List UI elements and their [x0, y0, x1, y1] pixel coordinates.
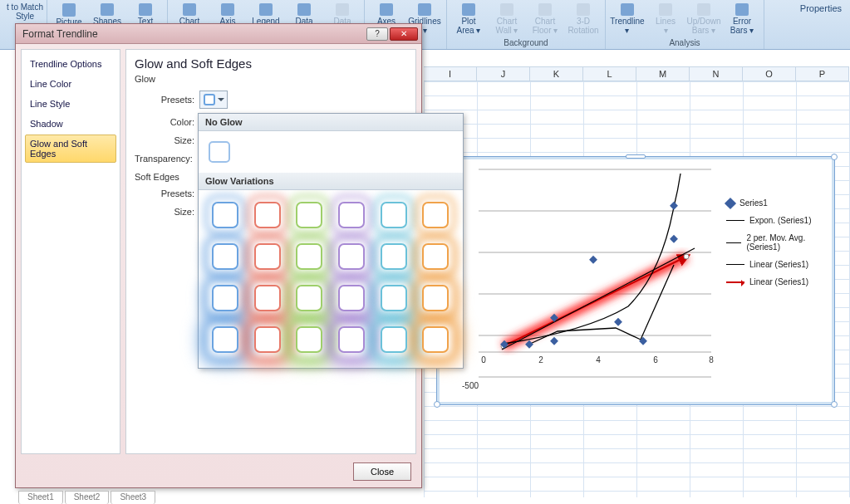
legend-line-icon [726, 264, 744, 265]
svg-point-10 [684, 254, 689, 259]
sheet-tab[interactable]: Sheet2 [65, 491, 110, 504]
ribbon-properties[interactable]: Properties [800, 0, 850, 49]
legend-label: Expon. (Series1) [749, 216, 811, 225]
glow-variation[interactable] [338, 202, 365, 228]
svg-text:0: 0 [481, 355, 486, 365]
glow-variation[interactable] [422, 285, 449, 311]
cat-line-color[interactable]: Line Color [25, 75, 116, 93]
col-K[interactable]: K [530, 66, 583, 81]
column-headers: I J K L M N O P [424, 66, 850, 81]
close-button[interactable]: Close [353, 462, 411, 481]
glow-variation[interactable] [338, 285, 365, 311]
category-panel: Trendline Options Line Color Line Style … [21, 49, 120, 454]
dialog-titlebar[interactable]: Format Trendline ? ✕ [16, 24, 421, 44]
svg-text:8: 8 [709, 355, 714, 365]
glow-variation[interactable] [212, 326, 238, 353]
svg-text:2: 2 [538, 355, 543, 365]
label-size-soft: Size: [135, 207, 194, 217]
legend-label: Linear (Series1) [749, 260, 808, 269]
label-color: Color: [135, 117, 194, 127]
legend-arrow-icon [726, 281, 744, 283]
resize-handle[interactable] [831, 401, 838, 408]
cat-shadow[interactable]: Shadow [25, 115, 116, 133]
glow-variation[interactable] [381, 202, 407, 228]
ribbon-updown-bars: Up/Down Bars ▾ [685, 2, 722, 35]
dialog-title: Format Trendline [22, 28, 98, 40]
col-I[interactable]: I [424, 66, 477, 81]
ribbon-chart-floor: Chart Floor ▾ [527, 2, 563, 35]
help-button[interactable]: ? [366, 27, 388, 41]
glow-variation[interactable] [296, 326, 322, 353]
glow-variation[interactable] [422, 243, 449, 270]
resize-handle[interactable] [626, 154, 646, 159]
glow-variation[interactable] [296, 285, 322, 311]
close-x-button[interactable]: ✕ [390, 27, 418, 41]
label-presets: Presets: [135, 95, 194, 105]
glow-variation[interactable] [422, 202, 449, 228]
cat-glow-soft-edges[interactable]: Glow and Soft Edges [25, 135, 116, 163]
svg-rect-13 [525, 340, 533, 349]
glow-variation[interactable] [422, 326, 449, 353]
legend-marker-icon [725, 197, 736, 208]
ribbon-group-analysis: Analysis [669, 38, 700, 47]
label-size: Size: [135, 135, 194, 145]
no-glow-option[interactable] [209, 141, 230, 163]
chart-legend[interactable]: Series1 Expon. (Series1) 2 per. Mov. Avg… [726, 190, 826, 295]
ribbon-lines: Lines ▾ [647, 2, 684, 35]
svg-rect-14 [550, 337, 558, 345]
legend-label: Series1 [739, 198, 768, 208]
svg-rect-16 [589, 256, 597, 264]
glow-variation[interactable] [254, 285, 281, 311]
glow-variation[interactable] [212, 243, 238, 270]
ribbon-plot-area[interactable]: Plot Area ▾ [450, 2, 487, 35]
resize-handle[interactable] [434, 401, 440, 408]
legend-line-icon [726, 242, 741, 243]
glow-presets-dropdown[interactable] [199, 91, 228, 109]
panel-heading: Glow and Soft Edges [135, 56, 407, 71]
ribbon-trendline[interactable]: Trendline ▾ [609, 2, 646, 35]
legend-label: Linear (Series1) [749, 277, 808, 286]
svg-text:-500: -500 [462, 381, 479, 390]
glow-variation[interactable] [338, 243, 365, 270]
glow-variation[interactable] [296, 202, 322, 228]
glow-variation[interactable] [254, 326, 281, 353]
col-M[interactable]: M [636, 66, 690, 81]
legend-line-icon [726, 220, 744, 221]
col-J[interactable]: J [477, 66, 530, 81]
svg-line-11 [502, 248, 695, 350]
glow-variation[interactable] [381, 326, 407, 353]
embedded-chart[interactable]: 02468 -500 Series1 Expon. (Series1) 2 pe… [436, 156, 835, 405]
col-P[interactable]: P [796, 66, 849, 81]
glow-variation[interactable] [338, 326, 365, 353]
glow-variation[interactable] [296, 243, 322, 270]
glow-variation[interactable] [381, 243, 407, 270]
legend-label: 2 per. Mov. Avg. (Series1) [746, 233, 826, 252]
glow-header-noglow: No Glow [199, 114, 463, 131]
cat-line-style[interactable]: Line Style [25, 95, 116, 113]
col-L[interactable]: L [583, 66, 636, 81]
glow-variation[interactable] [212, 285, 238, 311]
glow-variation[interactable] [254, 243, 281, 270]
label-presets-soft: Presets: [135, 188, 194, 198]
cat-trendline-options[interactable]: Trendline Options [25, 55, 116, 73]
sheet-tab[interactable]: Sheet3 [111, 491, 155, 504]
ribbon-chart-wall: Chart Wall ▾ [489, 2, 525, 35]
svg-rect-20 [670, 202, 678, 210]
sheet-tabs: Sheet1 Sheet2 Sheet3 [18, 491, 155, 504]
svg-text:6: 6 [653, 355, 658, 365]
glow-variation[interactable] [212, 202, 238, 228]
sheet-tab[interactable]: Sheet1 [18, 491, 63, 504]
svg-rect-19 [670, 235, 678, 243]
svg-rect-17 [614, 318, 622, 326]
resize-handle[interactable] [831, 154, 838, 160]
ribbon-error-bars[interactable]: Error Bars ▾ [724, 2, 760, 35]
svg-line-8 [504, 257, 686, 346]
glow-variation[interactable] [381, 285, 407, 311]
glow-presets-panel: No Glow Glow Variations [198, 113, 464, 369]
glow-variation[interactable] [254, 202, 281, 228]
col-N[interactable]: N [690, 66, 743, 81]
section-glow: Glow [135, 74, 407, 84]
svg-text:4: 4 [596, 355, 601, 365]
col-O[interactable]: O [743, 66, 796, 81]
ribbon-3d-rotation: 3-D Rotation [565, 2, 602, 35]
